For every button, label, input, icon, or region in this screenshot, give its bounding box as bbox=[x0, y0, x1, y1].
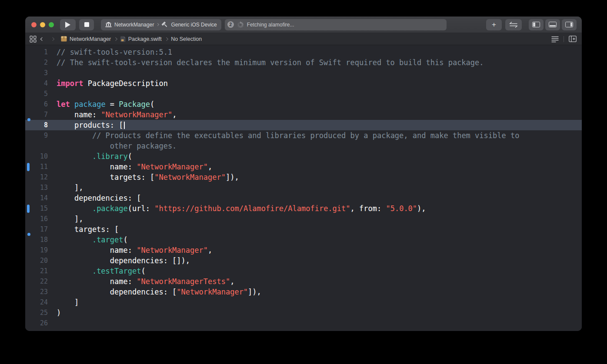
code-text: products: [ bbox=[57, 120, 125, 130]
code-text: targets: [ bbox=[57, 224, 119, 235]
toggle-inspector-button[interactable] bbox=[562, 19, 577, 30]
breadcrumb-file[interactable]: Package.swift bbox=[120, 36, 162, 42]
line-number[interactable]: 16 bbox=[25, 214, 48, 224]
progress-spinner-icon bbox=[237, 21, 244, 28]
code-line[interactable]: 17 targets: [ bbox=[25, 224, 582, 235]
code-review-button[interactable] bbox=[505, 19, 522, 30]
line-number[interactable]: 25 bbox=[25, 308, 48, 318]
code-line[interactable]: 19 name: "NetworkManager", bbox=[25, 245, 582, 255]
code-line[interactable]: 4import PackageDescription bbox=[25, 78, 582, 89]
code-token: ]), bbox=[226, 173, 239, 182]
code-line[interactable]: 7 name: "NetworkManager", bbox=[25, 109, 582, 120]
code-line[interactable]: 24 ] bbox=[25, 297, 582, 308]
toggle-navigator-button[interactable] bbox=[529, 19, 544, 30]
scheme-destination-label[interactable]: Generic iOS Device bbox=[171, 22, 217, 28]
code-line[interactable]: 26 bbox=[25, 318, 582, 328]
run-button[interactable] bbox=[60, 19, 76, 30]
zoom-button[interactable] bbox=[49, 22, 54, 27]
code-line[interactable]: 3 bbox=[25, 68, 582, 78]
line-number[interactable]: 21 bbox=[25, 266, 48, 276]
scheme-project-label[interactable]: NetworkManager bbox=[114, 22, 154, 28]
back-button[interactable] bbox=[40, 37, 44, 40]
code-line[interactable]: 22 name: "NetworkManagerTests", bbox=[25, 276, 582, 287]
code-line[interactable]: 13 ], bbox=[25, 182, 582, 193]
code-line[interactable]: 21 .testTarget( bbox=[25, 266, 582, 276]
code-line[interactable]: 8 products: [ bbox=[25, 120, 582, 130]
code-line[interactable]: 1// swift-tools-version:5.1 bbox=[25, 47, 582, 57]
code-line[interactable]: 15 .package(url: "https://github.com/Ala… bbox=[25, 203, 582, 214]
code-line[interactable]: 16 ], bbox=[25, 214, 582, 224]
line-number[interactable]: 10 bbox=[25, 151, 48, 162]
line-number[interactable]: 18 bbox=[25, 235, 48, 245]
code-line[interactable]: 23 dependencies: ["NetworkManager"]), bbox=[25, 287, 582, 297]
source-control-change-dot[interactable] bbox=[27, 233, 30, 236]
scheme-selector[interactable]: NetworkManager Generic iOS Device bbox=[101, 19, 221, 30]
code-text: name: "NetworkManager", bbox=[57, 162, 212, 172]
code-line[interactable]: 18 .target( bbox=[25, 235, 582, 245]
code-line[interactable]: 9 // Products define the executables and… bbox=[25, 130, 582, 141]
code-token: "NetworkManager" bbox=[177, 288, 248, 296]
line-number[interactable]: 12 bbox=[25, 172, 48, 182]
code-line[interactable]: 2// The swift-tools-version declares the… bbox=[25, 57, 582, 68]
code-line[interactable]: 6let package = Package( bbox=[25, 99, 582, 109]
code-line[interactable]: other packages. bbox=[25, 141, 582, 151]
code-token: "5.0.0" bbox=[386, 204, 417, 213]
code-token: PackageDescription bbox=[83, 79, 167, 88]
code-line[interactable]: 12 targets: ["NetworkManager"]), bbox=[25, 172, 582, 182]
line-number[interactable]: 24 bbox=[25, 297, 48, 308]
breadcrumb-project[interactable]: NetworkManager bbox=[61, 36, 111, 42]
line-number[interactable]: 22 bbox=[25, 276, 48, 287]
activity-view[interactable]: 2 Fetching alamofire... bbox=[225, 19, 447, 30]
source-editor[interactable]: 1// swift-tools-version:5.12// The swift… bbox=[25, 45, 582, 331]
source-control-change-bar[interactable] bbox=[27, 205, 30, 213]
line-number[interactable]: 1 bbox=[25, 47, 48, 57]
code-token: "https://github.com/Alamofire/Alamofire.… bbox=[154, 204, 350, 213]
code-text: .package(url: "https://github.com/Alamof… bbox=[57, 203, 426, 214]
code-token bbox=[70, 100, 74, 109]
line-number[interactable]: 13 bbox=[25, 182, 48, 193]
code-line[interactable]: 5 bbox=[25, 89, 582, 99]
code-token: .library bbox=[92, 152, 128, 161]
code-line[interactable]: 20 dependencies: []), bbox=[25, 255, 582, 266]
code-line[interactable]: 14 dependencies: [ bbox=[25, 193, 582, 203]
line-number[interactable]: 19 bbox=[25, 245, 48, 255]
line-number[interactable]: 9 bbox=[25, 130, 48, 141]
line-number[interactable]: 20 bbox=[25, 255, 48, 266]
code-text: import PackageDescription bbox=[57, 78, 168, 89]
code-line[interactable]: 10 .library( bbox=[25, 151, 582, 162]
source-control-change-dot[interactable] bbox=[27, 118, 30, 121]
stop-icon bbox=[84, 22, 89, 27]
line-number[interactable]: 4 bbox=[25, 78, 48, 89]
add-editor-icon[interactable] bbox=[569, 36, 577, 42]
code-text: ], bbox=[57, 182, 83, 193]
navigator-panel-icon bbox=[532, 22, 540, 27]
library-add-button[interactable]: + bbox=[486, 19, 502, 30]
minimize-button[interactable] bbox=[40, 22, 45, 27]
close-button[interactable] bbox=[31, 22, 37, 27]
code-text: ], bbox=[57, 214, 83, 224]
forward-button[interactable] bbox=[51, 37, 54, 40]
line-number[interactable]: 5 bbox=[25, 89, 48, 99]
editor-options-icon[interactable] bbox=[551, 36, 559, 43]
source-control-change-bar[interactable] bbox=[27, 163, 30, 171]
code-token: "NetworkManager" bbox=[137, 246, 208, 255]
code-token: ( bbox=[128, 152, 132, 161]
line-number[interactable]: 23 bbox=[25, 287, 48, 297]
code-line[interactable]: 25) bbox=[25, 308, 582, 318]
related-items-icon[interactable] bbox=[30, 36, 37, 43]
line-number[interactable]: 3 bbox=[25, 68, 48, 78]
code-token: , bbox=[230, 277, 234, 286]
line-number[interactable]: 8 bbox=[25, 120, 48, 130]
code-token: , bbox=[208, 162, 212, 171]
line-number[interactable]: 2 bbox=[25, 57, 48, 68]
code-token: ], bbox=[57, 215, 83, 223]
line-number[interactable]: 26 bbox=[25, 318, 48, 328]
breadcrumb-selection[interactable]: No Selection bbox=[171, 36, 202, 42]
line-number[interactable]: 6 bbox=[25, 99, 48, 109]
code-line[interactable]: 11 name: "NetworkManager", bbox=[25, 162, 582, 172]
window-controls bbox=[31, 22, 54, 27]
line-number[interactable]: 14 bbox=[25, 193, 48, 203]
code-text: dependencies: ["NetworkManager"]), bbox=[57, 287, 261, 297]
stop-button[interactable] bbox=[79, 19, 94, 30]
toggle-debug-area-button[interactable] bbox=[545, 19, 560, 30]
